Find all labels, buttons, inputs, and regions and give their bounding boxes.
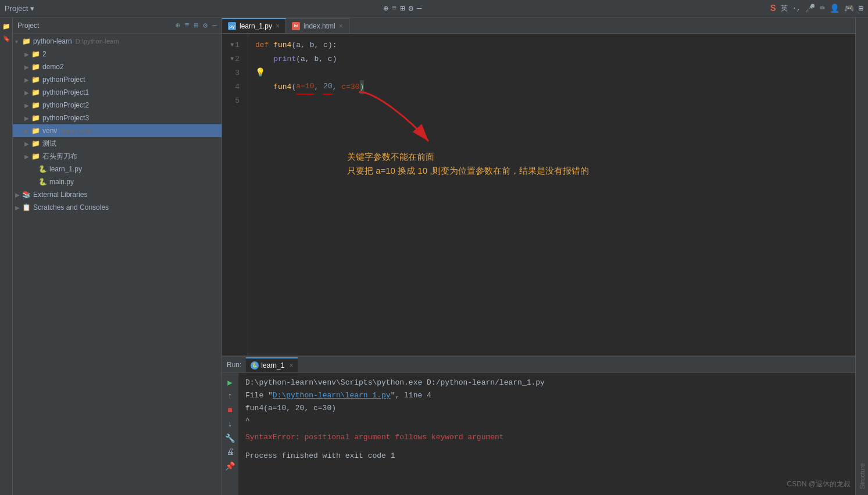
fn-fun4-call: fun4 — [273, 80, 291, 94]
tab-learn1py[interactable]: py learn_1.py × — [222, 18, 286, 33]
line-num-1: ▼1 — [222, 38, 243, 52]
tab-indexhtml-close[interactable]: × — [339, 22, 343, 30]
run-stop-btn[interactable]: ■ — [224, 404, 236, 416]
fold-arrow-2[interactable]: ▼ — [230, 54, 234, 64]
main-layout: 📁 🔖 Project ⊕ ≡ ⊞ ⚙ — ▾ 📁 python-learn D… — [0, 17, 868, 495]
run-label: Run: — [227, 361, 241, 369]
line-num-2: ▼2 — [222, 52, 243, 66]
tree-item-external-libs[interactable]: ▶ 📚 External Libraries — [13, 188, 222, 201]
editor-area: py learn_1.py × ht index.html × ▼1 ▼2 3 … — [222, 17, 855, 495]
user-icon[interactable]: 👤 — [830, 3, 840, 13]
closing-paren: ) — [360, 80, 365, 94]
left-side-strip: 📁 🔖 — [0, 17, 13, 495]
tab-indexhtml[interactable]: ht index.html × — [286, 18, 349, 33]
tree-item-demo2[interactable]: ▶ 📁 demo2 — [13, 60, 222, 73]
panel-icon-1[interactable]: ⊕ — [176, 21, 180, 30]
tree-item-pythonProject3[interactable]: ▶ 📁 pythonProject3 — [13, 112, 222, 124]
top-right-icons: S 英 ·, 🎤 ⌨ 👤 🎮 ⊞ — [770, 3, 863, 14]
code-line-1: def fun4(a, b, c): — [255, 38, 855, 52]
line-num-4: 4 — [222, 80, 243, 94]
side-bookmark-icon[interactable]: 🔖 — [1, 34, 12, 44]
panel-icons: ⊕ ≡ ⊞ ⚙ — — [176, 21, 217, 30]
code-line-2: print(a, b, c) — [255, 52, 855, 66]
kw-def: def — [255, 38, 273, 52]
panel-icon-3[interactable]: ⊞ — [194, 21, 199, 30]
keyboard-icon[interactable]: ⌨ — [820, 3, 824, 13]
lightbulb-icon[interactable]: 💡 — [255, 66, 265, 80]
project-panel-title: Project — [17, 21, 172, 30]
run-error-text: SyntaxError: positional argument follows… — [245, 433, 504, 442]
run-wrench-btn[interactable]: 🔧 — [224, 432, 236, 444]
tree-item-2[interactable]: ▶ 📁 2 — [13, 48, 222, 60]
run-scroll-down-btn[interactable]: ↓ — [224, 418, 236, 430]
mic-icon[interactable]: 🎤 — [805, 3, 815, 13]
toolbar-icon-1[interactable]: ⊕ — [383, 3, 388, 13]
panel-icon-2[interactable]: ≡ — [185, 21, 190, 30]
project-title: Project ▾ — [5, 4, 34, 13]
builtin-print: print — [273, 52, 296, 66]
tab-indexhtml-label: index.html — [303, 22, 335, 30]
tree-root-path: D:\python-learn — [76, 38, 119, 45]
tab-learn1py-label: learn_1.py — [240, 22, 272, 30]
run-code-line: fun4(a=10, 20, c=30) — [245, 402, 848, 415]
tree-item-scratches[interactable]: ▶ 📋 Scratches and Consoles — [13, 201, 222, 214]
project-panel-header: Project ⊕ ≡ ⊞ ⚙ — — [13, 17, 222, 34]
run-pin-btn[interactable]: 📌 — [224, 460, 236, 472]
right-structure-strip: Structure — [855, 17, 868, 495]
run-tab-label: learn_1 — [261, 361, 284, 370]
toolbar-icons: ⊕ ≡ ⊞ ⚙ — — [383, 3, 422, 13]
game-icon[interactable]: 🎮 — [844, 3, 854, 13]
toolbar-icon-2[interactable]: ≡ — [392, 3, 397, 13]
pinyin-icon[interactable]: ·, — [792, 5, 801, 13]
lang-switch[interactable]: 英 — [781, 3, 788, 13]
csdn-badge: CSDN @退休的龙叔 — [787, 479, 851, 489]
tree-item-pythonProject1[interactable]: ▶ 📁 pythonProject1 — [13, 86, 222, 99]
run-scroll-up-btn[interactable]: ↑ — [224, 390, 236, 402]
grid-icon[interactable]: ⊞ — [859, 3, 863, 13]
run-file-line: File "D:\python-learn\learn_1.py", line … — [245, 389, 848, 402]
annotation-area: 关键字参数不能在前面 只要把 a=10 换成 10 ,则变为位置参数在前，结果是… — [347, 150, 589, 178]
run-panel-header: Run: 🐍 learn_1 × — [222, 357, 855, 373]
run-play-btn[interactable]: ▶ — [224, 376, 236, 388]
run-print-btn[interactable]: 🖨 — [224, 446, 236, 458]
toolbar-icon-5[interactable]: — — [417, 3, 422, 13]
tree-root[interactable]: ▾ 📁 python-learn D:\python-learn — [13, 35, 222, 48]
run-tab-icon: 🐍 — [251, 361, 259, 370]
tab-bar: py learn_1.py × ht index.html × — [222, 17, 855, 34]
fold-arrow-1[interactable]: ▼ — [230, 40, 234, 51]
side-project-icon[interactable]: 📁 — [1, 21, 12, 31]
tree-item-shitou[interactable]: ▶ 📁 石头剪刀布 — [13, 150, 222, 163]
toolbar-icon-3[interactable]: ⊞ — [400, 3, 405, 13]
project-panel: Project ⊕ ≡ ⊞ ⚙ — ▾ 📁 python-learn D:\py… — [13, 17, 222, 495]
annotation-line2: 只要把 a=10 换成 10 ,则变为位置参数在前，结果是没有报错的 — [347, 164, 589, 178]
num-20: 20 — [323, 80, 333, 94]
code-line-3: 💡 — [255, 66, 855, 80]
tree-item-mainpy[interactable]: 🐍 main.py — [13, 175, 222, 188]
run-file-link[interactable]: D:\python-learn\learn_1.py — [273, 391, 391, 400]
run-process-text: Process finished with exit code 1 — [245, 451, 395, 460]
project-dropdown-icon[interactable]: ▾ — [30, 4, 34, 13]
code-paren-1: ( — [291, 38, 296, 52]
code-param-c: c — [323, 38, 328, 52]
code-param-a: a — [296, 38, 301, 52]
run-file-suffix: ", line 4 — [391, 391, 431, 400]
tree-item-pythonProject[interactable]: ▶ 📁 pythonProject — [13, 73, 222, 86]
panel-icon-minimize[interactable]: — — [212, 21, 217, 30]
logo-s-icon: S — [770, 3, 776, 14]
toolbar-icon-4[interactable]: ⚙ — [409, 3, 413, 13]
panel-icon-gear[interactable]: ⚙ — [203, 21, 208, 30]
line-numbers: ▼1 ▼2 3 4 5 — [222, 34, 248, 356]
run-tab-close[interactable]: × — [289, 361, 293, 370]
code-content[interactable]: def fun4(a, b, c): print(a, b, c) 💡 fun4… — [248, 34, 855, 356]
run-error-line: SyntaxError: positional argument follows… — [245, 431, 848, 444]
tree-item-ceshi[interactable]: ▶ 📁 测试 — [13, 137, 222, 150]
tree-item-venv[interactable]: ▶ 📁 venv library root — [13, 124, 222, 137]
run-tab-learn1[interactable]: 🐍 learn_1 × — [246, 357, 298, 372]
tab-html-icon: ht — [292, 22, 300, 30]
tab-learn1py-close[interactable]: × — [276, 22, 280, 30]
tree-item-pythonProject2[interactable]: ▶ 📁 pythonProject2 — [13, 99, 222, 112]
tree-item-learn1py[interactable]: 🐍 learn_1.py — [13, 163, 222, 175]
code-line-4: fun4(a=10, 20, c=30) — [255, 80, 855, 94]
run-sidebar: ▶ ↑ ■ ↓ 🔧 🖨 📌 — [222, 373, 238, 495]
structure-label[interactable]: Structure — [859, 463, 866, 489]
